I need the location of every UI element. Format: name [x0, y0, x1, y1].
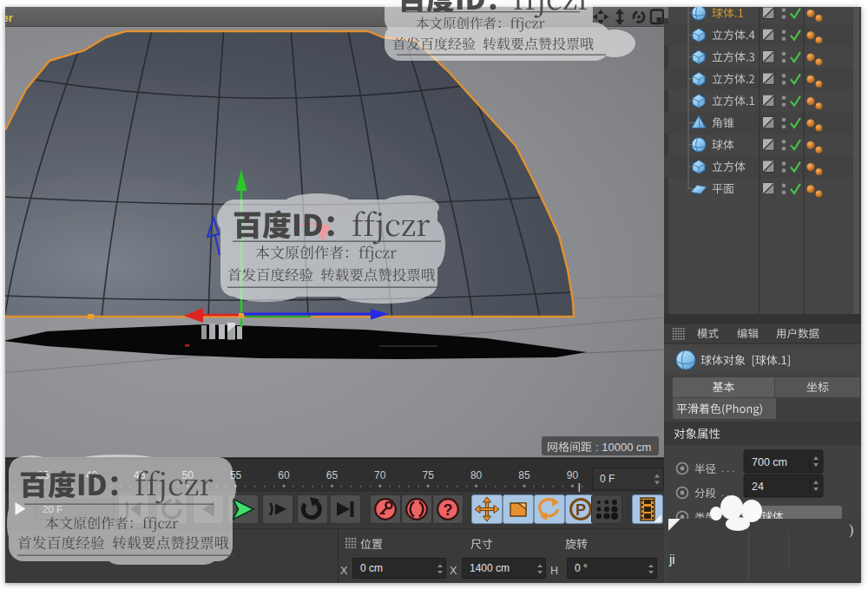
- svg-text:85: 85: [518, 469, 530, 481]
- svg-text:60: 60: [278, 469, 290, 481]
- svg-text:75: 75: [423, 469, 435, 481]
- svg-text:700 cm: 700 cm: [752, 456, 787, 468]
- svg-text:X: X: [340, 565, 348, 577]
- svg-text:?: ?: [444, 501, 453, 519]
- svg-text:80: 80: [470, 469, 483, 481]
- svg-text:H: H: [550, 565, 558, 577]
- svg-text:65: 65: [326, 469, 339, 481]
- svg-text:. . .: . . .: [721, 463, 734, 474]
- svg-text:P: P: [575, 501, 586, 519]
- svg-text:: 10000 cm: : 10000 cm: [595, 441, 651, 454]
- svg-text:90: 90: [567, 469, 579, 481]
- svg-text:70: 70: [374, 469, 386, 481]
- svg-text:X: X: [450, 565, 457, 577]
